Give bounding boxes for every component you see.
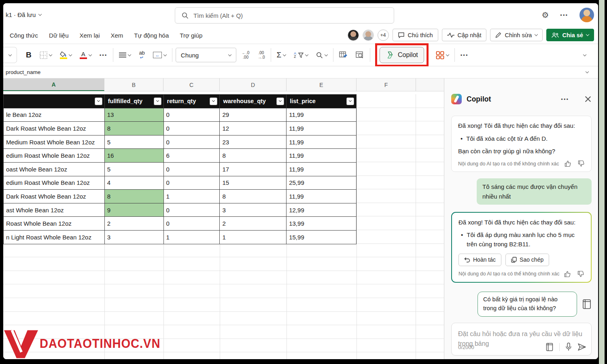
avatar[interactable] (579, 8, 594, 22)
cell-price[interactable]: 11,99 (287, 149, 357, 163)
wrap-text-button[interactable]: ab ↵ (136, 48, 147, 62)
share-button[interactable]: Chia sẻ (546, 29, 594, 41)
ribbon-collapse-button[interactable] (581, 52, 588, 58)
sort-filter-button[interactable]: AZ (291, 49, 310, 61)
comments-button[interactable]: Chú thích (393, 29, 438, 41)
close-icon[interactable] (584, 95, 592, 103)
workbook-title[interactable]: k1 · Đã lưu (6, 11, 41, 18)
cell-warehouse[interactable]: 15 (220, 176, 287, 190)
collaborator-avatar[interactable] (363, 30, 374, 41)
font-color-button[interactable]: A (77, 49, 94, 61)
cell-return[interactable]: 0 (164, 122, 220, 135)
collaborators-overflow-badge[interactable]: +4 (378, 30, 389, 41)
undo-dropdown[interactable] (3, 47, 17, 63)
cell-product[interactable]: le Bean 12oz (4, 108, 105, 122)
autosum-button[interactable]: Σ (274, 48, 289, 62)
cell-return[interactable]: 1 (164, 231, 220, 244)
format-as-table-button[interactable] (337, 49, 350, 61)
cell-price[interactable]: 11,99 (287, 122, 357, 135)
gear-icon[interactable]: ⚙ (541, 10, 549, 20)
search-input[interactable]: Tìm kiếm (Alt + Q) (175, 7, 394, 23)
filter-dropdown-icon[interactable] (95, 97, 102, 105)
cell-warehouse[interactable]: 29 (220, 108, 287, 122)
cell-return[interactable]: 0 (164, 108, 220, 122)
filter-dropdown-icon[interactable] (210, 97, 217, 105)
cell-warehouse[interactable]: 17 (220, 163, 287, 176)
tab-tu-dong-hoa[interactable]: Tự động hóa (134, 32, 169, 39)
alignment-button[interactable] (117, 50, 133, 60)
cell-return[interactable]: 0 (164, 203, 220, 217)
filter-dropdown-icon[interactable] (346, 97, 354, 105)
cell-return[interactable]: 0 (164, 217, 220, 231)
copilot-button[interactable]: Copilot (380, 47, 424, 63)
cell-return[interactable]: 0 (164, 135, 220, 149)
cell-return[interactable]: 6 (164, 149, 220, 163)
cell-price[interactable]: 12,99 (287, 203, 357, 217)
thumbs-up-icon[interactable] (565, 160, 571, 167)
cell-product[interactable]: Medium Roast Whole Bean 12oz (4, 135, 105, 149)
header-fullfilled-qty[interactable]: fullfilled_qty (105, 95, 164, 108)
thumbs-down-icon[interactable] (578, 160, 585, 167)
analyze-data-button[interactable] (353, 49, 367, 61)
cell-price[interactable]: 11,99 (287, 163, 357, 176)
cell-product[interactable]: ast Whole Bean 12oz (4, 203, 105, 217)
column-header-d[interactable]: D (220, 78, 287, 91)
copilot-more-icon[interactable]: ••• (561, 96, 569, 102)
cell-price[interactable]: 11,99 (287, 190, 357, 203)
bold-button[interactable]: B (23, 48, 34, 62)
cell-warehouse[interactable]: 8 (220, 190, 287, 203)
cell-return[interactable]: 0 (164, 163, 220, 176)
collaborator-avatar[interactable] (348, 30, 359, 41)
column-header-c[interactable]: C (163, 78, 220, 91)
filter-dropdown-icon[interactable] (276, 97, 284, 105)
formula-bar-expand-icon[interactable] (586, 70, 589, 73)
cell-fulfilled[interactable]: 4 (105, 176, 164, 190)
cell-fulfilled[interactable]: 8 (105, 190, 164, 203)
cell-product[interactable]: edium Roast Whole Bean 12oz (4, 149, 105, 163)
header-product-name[interactable] (4, 95, 105, 108)
prompt-guide-icon[interactable] (545, 343, 554, 351)
suggested-prompt-chip[interactable]: Có bất kỳ giá trị ngoại lệ nào trong dữ … (478, 292, 577, 317)
tab-du-lieu[interactable]: Dữ liệu (49, 32, 68, 39)
cell-warehouse[interactable]: 23 (220, 135, 287, 149)
column-header-f[interactable]: F (357, 78, 416, 91)
header-return-qty[interactable]: return_qty (164, 95, 220, 108)
cell-fulfilled[interactable]: 5 (105, 135, 164, 149)
undo-button[interactable]: Hoàn tác (458, 254, 501, 266)
cell-product[interactable]: Roast Whole Bean 12oz (4, 217, 105, 231)
cell-fulfilled[interactable]: 3 (105, 231, 164, 244)
views-button[interactable] (433, 49, 451, 62)
cell-warehouse[interactable]: 12 (220, 122, 287, 135)
column-header-b[interactable]: B (104, 78, 163, 91)
cell-fulfilled[interactable]: 2 (105, 217, 164, 231)
tab-xem-lai[interactable]: Xem lại (79, 32, 100, 39)
thumbs-up-icon[interactable] (564, 271, 571, 277)
fill-color-button[interactable] (57, 49, 74, 61)
cell-return[interactable]: 1 (164, 190, 220, 203)
font-more-button[interactable]: ••• (97, 50, 110, 61)
send-icon[interactable] (577, 343, 586, 351)
cell-price[interactable]: 13,99 (287, 217, 357, 231)
column-header-g[interactable] (416, 78, 444, 91)
cell-fulfilled[interactable]: 13 (105, 108, 164, 122)
cell-price[interactable]: 11,99 (287, 135, 357, 149)
borders-button[interactable] (37, 49, 54, 61)
sheet-grid[interactable]: fullfilled_qty return_qty warehouse_qty … (3, 91, 444, 359)
thumbs-down-icon[interactable] (577, 271, 584, 277)
find-button[interactable] (314, 49, 330, 61)
ribbon-more-button[interactable]: ••• (458, 50, 471, 61)
cell-product[interactable]: n Light Roast Whole Bean 12oz (4, 231, 105, 244)
copilot-input[interactable]: Đặt câu hỏi hoặc đưa ra yêu cầu về dữ li… (451, 323, 592, 356)
merge-cells-button[interactable]: ↔ (151, 49, 169, 61)
increase-decimal-button[interactable]: .00→.0 (255, 48, 267, 62)
tab-tro-giup[interactable]: Trợ giúp (180, 32, 202, 39)
catch-up-button[interactable]: Cập nhật (442, 29, 487, 41)
copy-button[interactable]: Sao chép (505, 254, 549, 266)
header-warehouse-qty[interactable]: warehouse_qty (220, 95, 287, 108)
cell-fulfilled[interactable]: 16 (105, 149, 164, 163)
editing-mode-button[interactable]: Chỉnh sửa (490, 29, 543, 41)
tab-cong-thuc[interactable]: Công thức (10, 32, 38, 39)
number-format-select[interactable]: Chung (176, 48, 236, 62)
cell-warehouse[interactable]: 8 (220, 149, 287, 163)
prompt-guide-icon[interactable] (582, 299, 592, 309)
